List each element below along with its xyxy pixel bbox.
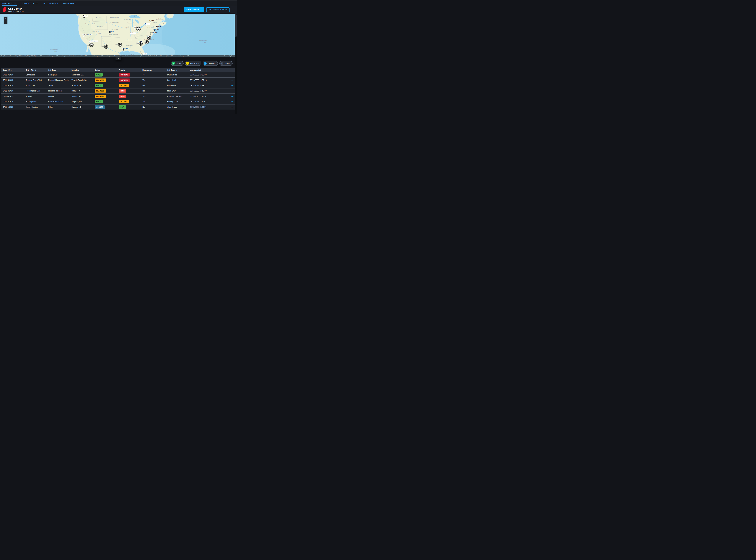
- incident-map[interactable]: MontanaNorth DakotaSouth DakotaMinnesota…: [0, 14, 235, 57]
- call-taker-cell: Sara Heath: [166, 79, 189, 81]
- column-header-emergency[interactable]: Emergency▲▼: [141, 69, 166, 71]
- tab-dashboard[interactable]: DASHBOARD: [63, 1, 77, 6]
- city-label: Washington: [150, 32, 158, 33]
- create-new-label: CREATE NEW: [186, 8, 199, 11]
- table-row-call-4-2025[interactable]: CALL-4-2025Flooding in DallasFlooding In…: [1, 88, 236, 94]
- tab-call-center[interactable]: CALL CENTER: [2, 1, 17, 6]
- status-badge: FLAGGED: [95, 79, 106, 82]
- table-row-call-3-2025[interactable]: CALL-3-2025WildfireWildfireToledo, OHFLA…: [1, 94, 236, 99]
- emergency-cell: Yes: [141, 79, 166, 81]
- filter-search-label: FILTER/SEARCH: [209, 8, 224, 11]
- entry-title-cell: Traffic Jam: [25, 84, 47, 87]
- zoom-in-button[interactable]: +: [4, 17, 7, 20]
- emergency-cell: Yes: [141, 74, 166, 76]
- create-new-button[interactable]: CREATE NEW +: [184, 7, 204, 12]
- row-actions-menu[interactable]: •••: [221, 79, 236, 81]
- entry-title-cell: Earthquake: [25, 74, 47, 76]
- city-label: Miami: [143, 53, 147, 55]
- last-updated-cell: 08/14/2025 16:18:00: [189, 90, 221, 92]
- column-header-call-taker[interactable]: Call Taker▲▼: [166, 69, 189, 71]
- table-row-call-6-2025[interactable]: CALL-6-2025Tropical Storm AlertNational …: [1, 77, 236, 83]
- row-actions-menu[interactable]: •••: [221, 101, 236, 102]
- column-label: Status: [95, 69, 100, 71]
- table-row-call-1-2025[interactable]: CALL-1-2025Beach ErosionOtherEastern, NC…: [1, 104, 236, 109]
- summary-label: TOTAL: [225, 62, 230, 64]
- state-label: North Dakota: [110, 17, 119, 18]
- city-label: Toronto: [145, 23, 150, 25]
- incident-pin-7[interactable]: [89, 43, 94, 47]
- state-label: Nebraska: [111, 28, 118, 30]
- column-header-location[interactable]: Location▲▼: [70, 69, 94, 71]
- header-more-menu[interactable]: •••: [232, 8, 235, 11]
- column-header-record-[interactable]: Record #▲▼: [1, 69, 25, 71]
- summary-pill-open[interactable]: 3OPEN: [171, 61, 184, 66]
- sort-icon: ▲▼: [35, 69, 36, 71]
- table-header-row: Record #▲▼Entry Title▲▼Call Type▲▼Locati…: [1, 68, 236, 72]
- app-header: Call Center DAILY OPERATIONS CREATE NEW …: [0, 6, 237, 14]
- state-label: Oklahoma: [108, 34, 115, 35]
- summary-pill-closed[interactable]: 1CLOSED: [203, 61, 218, 66]
- last-updated-cell: 08/15/2025 13:53:03: [189, 74, 221, 76]
- filter-icon: [225, 9, 227, 11]
- incident-pin-1[interactable]: [137, 27, 141, 31]
- status-badge: OPEN: [95, 100, 103, 103]
- city-dot: [131, 34, 132, 35]
- status-cell: FLAGGED: [94, 79, 118, 82]
- column-header-call-type[interactable]: Call Type▲▼: [47, 69, 70, 71]
- call-taker-cell: Mark Brave: [166, 90, 189, 92]
- column-header-priority[interactable]: Priority▲▼: [118, 69, 141, 71]
- call-type-cell: National Hurricane Center: [47, 79, 70, 81]
- row-actions-menu[interactable]: •••: [221, 90, 236, 92]
- sort-icon: ▲▼: [101, 69, 102, 71]
- state-label: Brunswick: [156, 19, 164, 21]
- sort-icon: ▲▼: [176, 69, 177, 71]
- row-actions-menu[interactable]: •••: [221, 96, 236, 97]
- priority-badge: LOW: [119, 105, 126, 109]
- city-dot: [145, 25, 146, 26]
- incident-pin-2[interactable]: [147, 36, 151, 40]
- tab-flagged-calls[interactable]: FLAGGED CALLS: [21, 1, 39, 6]
- location-cell: Dallas, TX: [70, 90, 94, 92]
- priority-badge: HIGH: [119, 89, 126, 93]
- zoom-out-button[interactable]: −: [4, 20, 7, 24]
- state-label: Tennessee: [135, 37, 142, 39]
- table-row-call-2-2025[interactable]: CALL-2-2025Bear SpottedPark MaintenanceA…: [1, 99, 236, 104]
- tab-duty-officer[interactable]: DUTY OFFICER: [43, 1, 59, 6]
- shield-logo-icon: [2, 7, 6, 13]
- column-label: Last Updated: [190, 69, 201, 71]
- entry-title-cell: Tropical Storm Alert: [25, 79, 47, 81]
- location-cell: Virginia Beach, VA: [70, 79, 94, 81]
- row-actions-menu[interactable]: •••: [221, 106, 236, 108]
- filter-search-button[interactable]: FILTER/SEARCH: [206, 7, 229, 12]
- incident-pin-6[interactable]: [104, 45, 108, 48]
- priority-cell: HIGH: [118, 89, 141, 93]
- row-actions-menu[interactable]: •••: [221, 74, 236, 76]
- incident-pin-3[interactable]: [145, 40, 149, 44]
- status-cell: CLOSED: [94, 105, 118, 109]
- state-label: Kentucky: [134, 35, 140, 37]
- state-label: Nova Scotia: [159, 23, 168, 25]
- summary-pill-flagged[interactable]: 3FLAGGED: [185, 61, 201, 66]
- summary-pill-total[interactable]: 7TOTAL: [219, 61, 233, 66]
- column-header-entry-title[interactable]: Entry Title▲▼: [25, 69, 47, 71]
- map-attribution: Esri, TomTom, Garmin, FAO, NOAA, USGS, E…: [0, 55, 235, 57]
- column-header-last-updated[interactable]: Last Updated▼: [189, 69, 221, 71]
- pin-hole: [149, 37, 149, 38]
- row-actions-menu[interactable]: •••: [221, 85, 236, 86]
- collapse-map-button[interactable]: ▲: [116, 57, 121, 60]
- call-taker-cell: Rebecca Dawson: [166, 95, 189, 97]
- state-label: Louisiana: [126, 44, 133, 46]
- status-badge: OPEN: [95, 73, 103, 77]
- priority-cell: LOW: [118, 105, 141, 109]
- scrollbar-track[interactable]: [235, 14, 237, 114]
- scrollbar-thumb[interactable]: [235, 14, 237, 37]
- table-row-call-7-2025[interactable]: CALL-7-2025EarthquakeEarthquakeSan Diego…: [1, 72, 236, 77]
- state-label: Oregon: [85, 23, 90, 25]
- column-header-status[interactable]: Status▲▼: [94, 69, 118, 71]
- water-label: Superior: [134, 16, 139, 18]
- table-row-call-5-2025[interactable]: CALL-5-2025Traffic JamTrafficEl Paso, TX…: [1, 83, 236, 88]
- incident-pin-5[interactable]: [118, 43, 122, 47]
- incident-pin-4[interactable]: [139, 42, 143, 45]
- record-cell: CALL-6-2025: [1, 79, 25, 81]
- call-taker-cell: Altan Braun: [166, 106, 189, 108]
